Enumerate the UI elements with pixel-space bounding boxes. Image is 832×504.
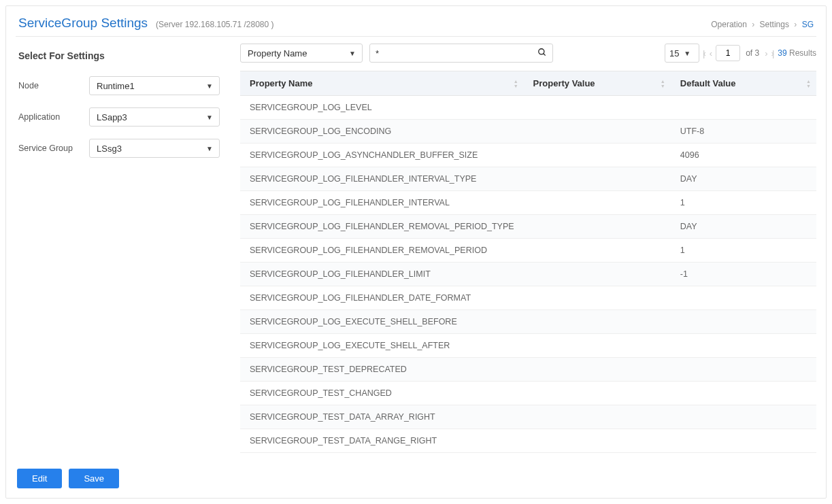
select-service-group[interactable]: LSsg3 [89,139,220,158]
breadcrumb-item[interactable]: Settings [760,20,789,29]
label-node: Node [16,81,89,90]
table-row[interactable]: SERVICEGROUP_TEST_DEPRECATED [240,358,816,382]
pagination: 15 ▼ |‹ ‹ of 3 › ›| 39 Results [665,44,816,63]
cell-value [524,286,671,310]
cell-name: SERVICEGROUP_LOG_FILEHANDLER_INTERVAL_TY… [240,167,524,191]
cell-value [524,144,671,167]
cell-def [671,96,816,120]
cell-name: SERVICEGROUP_LOG_FILEHANDLER_REMOVAL_PER… [240,239,524,263]
breadcrumb-current: SG [802,20,814,29]
main: Property Name ▼ 15 ▼ [240,44,816,488]
cell-value [524,239,671,263]
cell-def: UTF-8 [671,120,816,144]
page-input[interactable] [716,45,740,61]
cell-name: SERVICEGROUP_LOG_ASYNCHANDLER_BUFFER_SIZ… [240,144,524,167]
table-row[interactable]: SERVICEGROUP_LOG_FILEHANDLER_DATE_FORMAT [240,286,816,310]
last-page-icon[interactable]: ›| [771,48,773,58]
svg-point-0 [539,48,544,54]
sidebar-buttons: Edit Save [16,469,220,488]
properties-table: Property Name ▲▼ Property Value ▲▼ Defau… [240,71,816,453]
cell-name: SERVICEGROUP_TEST_DATA_RANGE_RIGHT [240,429,524,453]
table-row[interactable]: SERVICEGROUP_LOG_FILEHANDLER_REMOVAL_PER… [240,215,816,239]
first-page-icon[interactable]: |‹ [703,48,704,58]
of-label: of 3 [746,48,759,58]
cell-name: SERVICEGROUP_LOG_FILEHANDLER_LIMIT [240,263,524,286]
cell-def: -1 [671,263,816,286]
cell-value [524,120,671,144]
chevron-right-icon: › [752,20,754,29]
cell-def [671,334,816,358]
select-application[interactable]: LSapp3 [89,107,220,127]
search-box [369,44,553,63]
svg-line-1 [544,53,546,55]
cell-value [524,358,671,382]
table-row[interactable]: SERVICEGROUP_TEST_DATA_RANGE_RIGHT [240,429,816,453]
cell-def [671,286,816,310]
next-page-icon[interactable]: › [765,48,765,58]
col-default-value[interactable]: Default Value ▲▼ [671,71,816,96]
cell-value [524,263,671,286]
table-row[interactable]: SERVICEGROUP_LOG_FILEHANDLER_INTERVAL_TY… [240,167,816,191]
table-row[interactable]: SERVICEGROUP_LOG_ASYNCHANDLER_BUFFER_SIZ… [240,144,816,167]
cell-def: 4096 [671,144,816,167]
header: ServiceGroup Settings (Server 192.168.10… [16,12,816,37]
cell-def: 1 [671,239,816,263]
cell-value [524,96,671,120]
breadcrumb: Operation › Settings › SG [711,20,814,29]
cell-name: SERVICEGROUP_LOG_FILEHANDLER_INTERVAL [240,191,524,215]
cell-name: SERVICEGROUP_LOG_EXECUTE_SHELL_BEFORE [240,310,524,334]
col-property-name[interactable]: Property Name ▲▼ [240,71,524,96]
table-row[interactable]: SERVICEGROUP_LOG_FILEHANDLER_LIMIT-1 [240,263,816,286]
field-application: Application LSapp3 ▼ [16,107,220,127]
col-property-value[interactable]: Property Value ▲▼ [524,71,671,96]
sidebar-heading: Select For Settings [18,50,220,61]
page-title: ServiceGroup Settings [18,16,148,31]
cell-value [524,429,671,453]
search-icon[interactable] [537,48,547,59]
sidebar: Select For Settings Node Runtime1 ▼ Appl… [16,44,220,488]
cell-value [524,215,671,239]
table-row[interactable]: SERVICEGROUP_TEST_DATA_ARRAY_RIGHT [240,405,816,429]
label-application: Application [16,112,89,122]
field-node: Node Runtime1 ▼ [16,76,220,95]
cell-value [524,191,671,215]
table-row[interactable]: SERVICEGROUP_LOG_FILEHANDLER_REMOVAL_PER… [240,239,816,263]
sort-icon[interactable]: ▲▼ [514,79,518,88]
table-header-row: Property Name ▲▼ Property Value ▲▼ Defau… [240,71,816,96]
title-group: ServiceGroup Settings (Server 192.168.10… [18,16,274,31]
cell-name: SERVICEGROUP_TEST_DATA_ARRAY_RIGHT [240,405,524,429]
cell-def [671,358,816,382]
cell-def: DAY [671,215,816,239]
prev-page-icon[interactable]: ‹ [710,48,710,58]
page-size-select[interactable]: 15 [665,44,699,63]
table-row[interactable]: SERVICEGROUP_LOG_FILEHANDLER_INTERVAL1 [240,191,816,215]
table-row[interactable]: SERVICEGROUP_LOG_LEVEL [240,96,816,120]
label-service-group: Service Group [16,144,89,153]
cell-def [671,382,816,405]
breadcrumb-item[interactable]: Operation [711,20,747,29]
chevron-right-icon: › [794,20,797,29]
toolbar: Property Name ▼ 15 ▼ [240,44,816,63]
cell-def [671,429,816,453]
table-row[interactable]: SERVICEGROUP_LOG_EXECUTE_SHELL_BEFORE [240,310,816,334]
results-count: 39 Results [778,48,816,58]
cell-name: SERVICEGROUP_TEST_CHANGED [240,382,524,405]
cell-name: SERVICEGROUP_TEST_DEPRECATED [240,358,524,382]
cell-def [671,310,816,334]
select-node[interactable]: Runtime1 [89,76,220,95]
sort-icon[interactable]: ▲▼ [661,79,665,88]
filter-by-select[interactable]: Property Name [240,44,363,63]
cell-def: 1 [671,191,816,215]
cell-value [524,310,671,334]
edit-button[interactable]: Edit [17,469,62,488]
table-row[interactable]: SERVICEGROUP_LOG_ENCODINGUTF-8 [240,120,816,144]
cell-value [524,334,671,358]
sort-icon[interactable]: ▲▼ [806,79,811,88]
table-row[interactable]: SERVICEGROUP_TEST_CHANGED [240,382,816,405]
save-button[interactable]: Save [69,469,119,488]
search-input[interactable] [376,48,537,58]
server-info: (Server 192.168.105.71 /28080 ) [156,20,273,29]
cell-name: SERVICEGROUP_LOG_FILEHANDLER_DATE_FORMAT [240,286,524,310]
table-row[interactable]: SERVICEGROUP_LOG_EXECUTE_SHELL_AFTER [240,334,816,358]
cell-def: DAY [671,167,816,191]
